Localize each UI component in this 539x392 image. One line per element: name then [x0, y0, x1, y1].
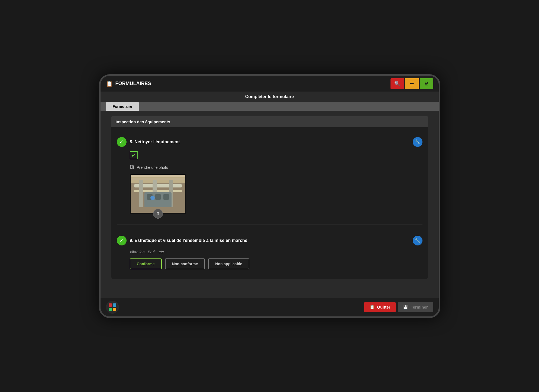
delete-photo-button[interactable]: 🗑 — [153, 209, 163, 219]
question-8-checkbox[interactable]: ✔ — [130, 151, 138, 159]
device-frame: 📋 FORMULAIRES 🔍 ☰ 🖨 Compléter le formula… — [99, 74, 440, 318]
svg-rect-16 — [113, 303, 116, 307]
photo-section: 🖼 Prendre une photo — [130, 165, 422, 214]
app-title-group: 📋 FORMULAIRES — [106, 80, 151, 87]
svg-rect-17 — [109, 308, 112, 311]
question-8: ✓ 8. Nettoyer l'équipement 🔧 ✔ 🖼 Prendre… — [117, 133, 422, 218]
answer-non-conforme-button[interactable]: Non-conforme — [165, 258, 205, 269]
main-content: Inspection des équipements ✓ 8. Nettoyer… — [101, 111, 439, 298]
question-8-title: 8. Nettoyer l'équipement — [130, 140, 180, 144]
question-8-checkbox-area: ✔ — [130, 151, 422, 159]
photo-svg — [131, 175, 185, 213]
question-8-title-group: ✓ 8. Nettoyer l'équipement — [117, 137, 180, 147]
question-9-body: Vibration , Bruit , etc... Conforme Non-… — [117, 250, 422, 269]
question-8-edit-button[interactable]: 🔧 — [413, 137, 422, 147]
finish-button[interactable]: 💾 Terminer — [398, 302, 433, 312]
tab-bar: Formulaire — [101, 102, 439, 111]
answer-conforme-button[interactable]: Conforme — [130, 258, 162, 269]
forms-icon: 📋 — [106, 80, 113, 87]
brand-logo — [106, 301, 119, 314]
svg-rect-15 — [109, 303, 112, 307]
section-header: Inspection des équipements — [111, 116, 428, 127]
photo-container: 🗑 — [130, 174, 186, 214]
question-9-title-group: ✓ 9. Esthétique et visuel de l'ensemble … — [117, 236, 247, 245]
app-title: FORMULAIRES — [115, 81, 151, 86]
form-card: ✓ 8. Nettoyer l'équipement 🔧 ✔ 🖼 Prendre… — [111, 127, 428, 279]
question-8-header: ✓ 8. Nettoyer l'équipement 🔧 — [117, 137, 422, 147]
answer-non-applicable-button[interactable]: Non applicable — [208, 258, 249, 269]
question-9-title: 9. Esthétique et visuel de l'ensemble à … — [130, 238, 247, 243]
finish-icon: 💾 — [403, 305, 408, 310]
top-bar-actions: 🔍 ☰ 🖨 — [390, 78, 433, 89]
search-button[interactable]: 🔍 — [390, 78, 404, 89]
question-9-edit-button[interactable]: 🔧 — [413, 236, 422, 245]
page-subtitle: Compléter le formulaire — [101, 92, 439, 102]
top-bar: 📋 FORMULAIRES 🔍 ☰ 🖨 — [101, 76, 439, 92]
question-9-subtitle: Vibration , Bruit , etc... — [130, 250, 422, 254]
menu-button[interactable]: ☰ — [405, 78, 419, 89]
question-9-check: ✓ — [117, 236, 127, 245]
quit-icon: 📋 — [370, 305, 375, 310]
svg-rect-12 — [131, 175, 185, 213]
photo-image — [131, 175, 185, 213]
photo-icon: 🖼 — [130, 165, 135, 170]
question-9-header: ✓ 9. Esthétique et visuel de l'ensemble … — [117, 236, 422, 245]
bottom-actions: 📋 Quitter 💾 Terminer — [364, 302, 433, 312]
print-button[interactable]: 🖨 — [420, 78, 433, 89]
bottom-bar: 📋 Quitter 💾 Terminer — [101, 298, 439, 316]
answer-button-group: Conforme Non-conforme Non applicable — [130, 258, 422, 269]
logo-svg — [108, 303, 117, 312]
photo-label: 🖼 Prendre une photo — [130, 165, 422, 170]
question-9: ✓ 9. Esthétique et visuel de l'ensemble … — [117, 231, 422, 274]
question-8-check: ✓ — [117, 137, 127, 147]
tab-formulaire[interactable]: Formulaire — [106, 102, 139, 111]
quit-button[interactable]: 📋 Quitter — [364, 302, 396, 312]
question-8-body: ✔ 🖼 Prendre une photo — [117, 151, 422, 214]
svg-rect-18 — [113, 308, 116, 311]
question-divider — [117, 225, 422, 225]
